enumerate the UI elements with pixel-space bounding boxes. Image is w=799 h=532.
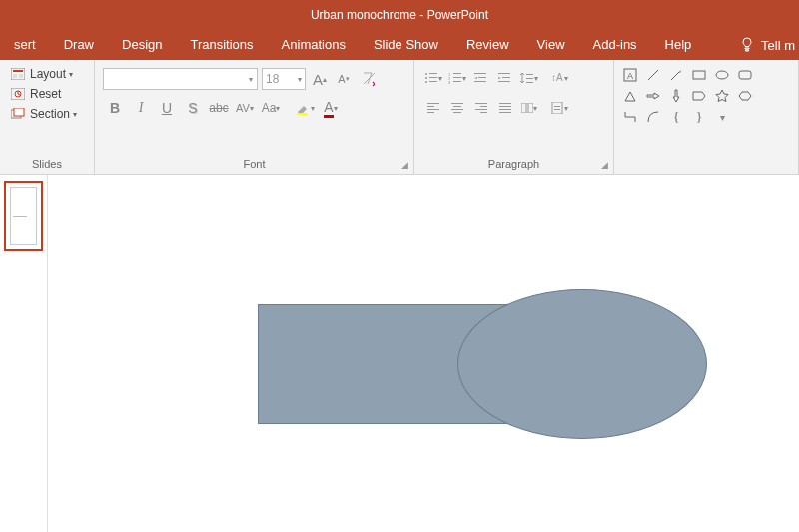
character-spacing-button[interactable]: AV▾ [233,96,257,120]
hexagon-icon[interactable] [735,87,755,105]
drawing-group: A { } ▾ [614,60,799,174]
shape-gallery[interactable]: A { } ▾ [620,66,794,126]
slides-group-label: Slides [8,158,86,172]
font-name-combo[interactable]: ▾ [103,68,258,90]
rectangle-icon[interactable] [689,66,709,84]
layout-button[interactable]: Layout ▾ [8,64,86,84]
tab-view[interactable]: View [523,30,579,60]
clear-formatting-button[interactable] [358,69,378,89]
shapes-more-icon[interactable]: ▾ [712,108,732,126]
paragraph-group-label: Paragraph [422,158,605,172]
section-label: Section [30,107,70,121]
svg-rect-32 [427,106,434,107]
numbering-button[interactable]: 123▾ [446,68,468,88]
font-group-label: Font [103,158,405,172]
reset-label: Reset [30,87,61,101]
font-dialog-launcher-icon[interactable]: ◢ [401,160,408,170]
svg-point-9 [425,73,427,75]
rounded-rect-icon[interactable] [735,66,755,84]
reset-button[interactable]: Reset [8,84,86,104]
align-center-button[interactable] [446,98,468,118]
svg-rect-39 [475,103,487,104]
workspace [0,175,799,532]
pentagon-arrow-icon[interactable] [689,87,709,105]
slide-thumbnail-1[interactable] [4,181,43,251]
svg-rect-49 [552,102,562,114]
brace-right-icon[interactable]: } [689,108,709,126]
justify-button[interactable] [494,98,516,118]
slide-thumbnail-panel[interactable] [0,175,48,532]
svg-rect-45 [499,109,511,110]
connector-curved-icon[interactable] [643,108,663,126]
font-group: ▾ 18▾ A▴ A▾ B I U S abc AV▾ Aa▾ ▾ A▾ Fon… [95,60,414,174]
columns-button[interactable]: ▾ [518,98,540,118]
svg-rect-8 [297,113,307,115]
italic-button[interactable]: I [129,96,153,120]
svg-text:3: 3 [448,80,451,84]
align-text-button[interactable]: ▾ [548,98,570,118]
tab-slideshow[interactable]: Slide Show [360,30,452,60]
chevron-down-icon: ▾ [298,75,302,84]
tab-help[interactable]: Help [651,30,706,60]
paragraph-dialog-launcher-icon[interactable]: ◢ [601,160,608,170]
svg-rect-26 [498,81,510,82]
font-color-button[interactable]: A▾ [319,96,343,120]
line-spacing-button[interactable]: ▾ [518,68,540,88]
svg-line-55 [671,72,679,80]
svg-rect-50 [554,106,560,107]
tab-review[interactable]: Review [452,30,523,60]
svg-rect-1 [13,70,23,72]
section-button[interactable]: Section ▾ [8,104,86,124]
oval-icon[interactable] [712,66,732,84]
slide-canvas[interactable] [48,175,799,532]
star-icon[interactable] [712,87,732,105]
svg-rect-3 [19,74,23,78]
bullets-button[interactable]: ▾ [422,68,444,88]
text-direction-button[interactable]: ↕A▾ [548,68,570,88]
decrease-indent-button[interactable] [470,68,492,88]
section-icon [10,107,26,121]
bold-button[interactable]: B [103,96,127,120]
tab-draw[interactable]: Draw [50,30,108,60]
grow-font-button[interactable]: A▴ [310,69,330,89]
svg-rect-34 [427,112,434,113]
arrow-right-icon[interactable] [643,87,663,105]
oval-shape[interactable] [457,289,707,439]
brace-left-icon[interactable]: { [666,108,686,126]
tab-animations[interactable]: Animations [268,30,360,60]
tab-insert[interactable]: sert [0,30,50,60]
font-size-combo[interactable]: 18▾ [262,68,306,90]
layout-icon [10,67,26,81]
svg-rect-35 [451,103,463,104]
svg-rect-43 [499,103,511,104]
align-right-button[interactable] [470,98,492,118]
line-icon[interactable] [643,66,663,84]
strikethrough-button[interactable]: abc [207,96,231,120]
connector-elbow-icon[interactable] [620,108,640,126]
svg-point-13 [425,81,427,83]
increase-indent-button[interactable] [494,68,516,88]
arrow-down-icon[interactable] [666,87,686,105]
underline-button[interactable]: U [155,96,179,120]
svg-rect-44 [499,106,511,107]
highlight-button[interactable]: ▾ [293,96,317,120]
line-arrow-icon[interactable] [666,66,686,84]
textbox-icon[interactable]: A [620,66,640,84]
svg-rect-25 [502,77,510,78]
svg-rect-47 [521,103,526,113]
svg-rect-40 [480,106,487,107]
triangle-icon[interactable] [620,87,640,105]
ribbon-tabs: sert Draw Design Transitions Animations … [0,30,799,60]
tab-addins[interactable]: Add-ins [579,30,651,60]
align-left-button[interactable] [422,98,444,118]
svg-rect-42 [480,112,487,113]
tab-design[interactable]: Design [108,30,176,60]
change-case-button[interactable]: Aa▾ [259,96,283,120]
tell-me[interactable]: Tell m [739,37,799,53]
shrink-font-button[interactable]: A▾ [334,69,354,89]
svg-rect-24 [498,73,510,74]
shadow-button[interactable]: S [181,96,205,120]
tab-transitions[interactable]: Transitions [176,30,267,60]
window-title: Urban monochrome - PowerPoint [311,8,488,22]
svg-rect-27 [526,74,533,75]
